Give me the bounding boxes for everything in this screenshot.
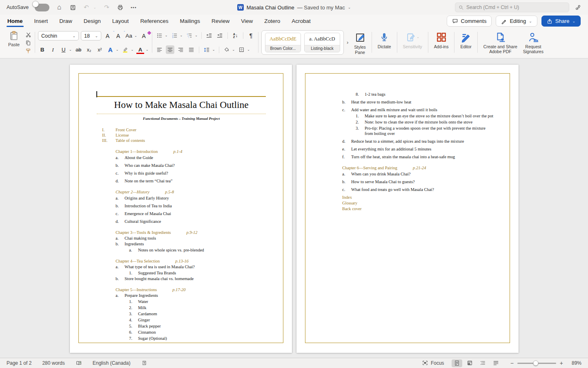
outline-item[interactable]: f.Turn off the heat, strain the masala c…	[342, 154, 502, 159]
autosave-toggle[interactable]	[35, 4, 49, 11]
undo-icon[interactable]: ↶	[82, 4, 90, 11]
outline-item[interactable]: e.Let everything mix for an additional 5…	[342, 146, 502, 152]
superscript-button[interactable]: x²	[96, 45, 104, 54]
tab-draw[interactable]: Draw	[59, 15, 72, 27]
zoom-slider-knob[interactable]	[533, 361, 539, 366]
tab-layout[interactable]: Layout	[112, 15, 129, 27]
style-tile[interactable]: AaBbCcDdEBrown Color...	[265, 33, 301, 52]
outline-item[interactable]: 5.Black pepper	[116, 323, 276, 329]
editor-button[interactable]: Editor	[457, 29, 474, 55]
outline-item[interactable]: 3.Cardamom	[116, 311, 276, 316]
increase-indent-button[interactable]	[216, 31, 224, 40]
outline-item[interactable]: 1.Water	[116, 299, 276, 304]
sort-button[interactable]: AZ ↓	[231, 31, 240, 40]
strikethrough-button[interactable]: ab	[74, 45, 83, 54]
font-name-select[interactable]: Cochin ⌄	[38, 31, 79, 40]
highlight-button[interactable]	[121, 45, 129, 54]
styles-gallery-expand-icon[interactable]: ›	[346, 39, 349, 45]
proofing-status-icon[interactable]	[76, 360, 82, 366]
focus-mode-button[interactable]: Focus	[422, 360, 444, 366]
outline-item[interactable]: a.About the Guide	[116, 155, 276, 160]
style-tile[interactable]: a. AaBbCcDListing-black	[304, 33, 340, 52]
change-case-button[interactable]: Aa	[125, 31, 133, 40]
front-matter-item[interactable]: I.Front Cover	[102, 127, 276, 132]
shrink-font-button[interactable]: A	[114, 31, 122, 40]
outline-item[interactable]: c.Why is this guide useful?	[116, 171, 276, 176]
paste-button[interactable]: Paste	[5, 30, 23, 55]
tab-mailings[interactable]: Mailings	[180, 15, 200, 27]
outline-item[interactable]: 8.1-2 tea bags	[342, 92, 502, 97]
outline-item[interactable]: d.Reduce heat to a simmer, add spices an…	[342, 139, 502, 144]
outline-item[interactable]: b.Who can make Masala Chai?	[116, 163, 276, 168]
chapter-heading[interactable]: Chapter 3—Tools & Ingredientsp.9-12	[116, 230, 276, 235]
outline-item[interactable]: 3.Pro-tip: Placing a wooden spoon over t…	[342, 126, 502, 136]
outline-item[interactable]: c.What food and treats go well with Masa…	[342, 187, 502, 192]
chapter-heading[interactable]: Chapter 6—Serving and Pairingp.21-24	[342, 165, 502, 171]
undo-chevron-icon[interactable]: ⌄	[93, 4, 97, 11]
subscript-button[interactable]: x₂	[85, 45, 94, 54]
print-layout-view-button[interactable]	[452, 359, 462, 367]
decrease-indent-button[interactable]	[205, 31, 214, 40]
comments-button[interactable]: Comments	[447, 16, 492, 27]
outline-view-button[interactable]	[478, 359, 488, 367]
outline-item[interactable]: a.Origins and Early History	[116, 195, 276, 201]
outline-item[interactable]: b.Introduction of Tea to India	[116, 203, 276, 209]
zoom-out-button[interactable]: −	[510, 360, 514, 366]
language-selector[interactable]: English (Canada)	[93, 360, 131, 366]
outline-item[interactable]: 1.Suggested Tea Brands	[116, 270, 276, 276]
back-matter-item[interactable]: Index	[342, 195, 502, 200]
word-count[interactable]: 280 words	[42, 360, 65, 366]
back-matter-item[interactable]: Glossary	[342, 200, 502, 206]
styles-pane-button[interactable]: Styles Pane	[351, 30, 369, 55]
outline-item[interactable]: b.Ingredients	[116, 241, 276, 247]
zoom-level[interactable]: 89%	[567, 360, 581, 366]
cut-icon[interactable]	[24, 31, 32, 38]
front-matter-item[interactable]: III.Table of contents	[102, 138, 276, 143]
outline-item[interactable]: a.What type of tea is used in Masala Cha…	[116, 264, 276, 269]
outline-item[interactable]: b.Store bought masala chai vs. homemade	[116, 276, 276, 281]
tab-zotero[interactable]: Zotero	[264, 15, 280, 27]
outline-item[interactable]: a.Prepare Ingredients	[116, 293, 276, 298]
web-layout-view-button[interactable]	[465, 359, 475, 367]
multilevel-list-button[interactable]: 1ai	[185, 31, 194, 40]
outline-item[interactable]: 2.Note: how to clean the stove if the mi…	[342, 119, 502, 125]
align-center-button[interactable]	[166, 45, 174, 54]
chapter-heading[interactable]: Chapter 5—Instructionsp.17-20	[116, 287, 276, 292]
grow-font-button[interactable]: A	[103, 31, 112, 40]
underline-button[interactable]: U	[59, 45, 68, 54]
document-page-2[interactable]: 8.1-2 tea bagsb.Heat the stove to medium…	[296, 65, 519, 353]
outline-item[interactable]: 1.Make sure to keep an eye the stove so …	[342, 113, 502, 119]
tab-references[interactable]: References	[140, 15, 168, 27]
more-commands-icon[interactable]: •••	[130, 4, 137, 11]
outline-item[interactable]: 6.Cinnamon	[116, 330, 276, 335]
search-input[interactable]: Search (Cmd + Ctrl + U)	[455, 2, 569, 12]
shading-button[interactable]	[223, 45, 231, 54]
sensitivity-button[interactable]: ⌄ Sensitivity	[400, 29, 425, 55]
outline-item[interactable]: a.Chai making tools	[116, 236, 276, 241]
tab-view[interactable]: View	[241, 15, 253, 27]
draft-view-button[interactable]	[491, 359, 501, 367]
outline-item[interactable]: c.Add water and milk mixture and wait un…	[342, 107, 502, 112]
page-indicator[interactable]: Page 1 of 2	[7, 360, 31, 366]
add-ins-button[interactable]: Add-ins	[431, 29, 452, 55]
redo-icon[interactable]: ↷	[103, 4, 110, 11]
numbering-button[interactable]: 123	[170, 31, 179, 40]
outline-item[interactable]: b.How to serve Masala Chai to guests?	[342, 179, 502, 184]
outline-item[interactable]: d.Cultural Significance	[116, 219, 276, 224]
font-color-button[interactable]: A	[136, 45, 145, 54]
tab-review[interactable]: Review	[212, 15, 229, 27]
outline-item[interactable]: b.Heat the stove to medium-low heat	[342, 99, 502, 105]
italic-button[interactable]: I	[49, 45, 57, 54]
text-effects-button[interactable]: A	[106, 45, 115, 54]
print-icon[interactable]	[116, 4, 124, 11]
dictate-button[interactable]: Dictate	[375, 29, 394, 55]
chapter-heading[interactable]: Chapter 2—Historyp.5-8	[116, 189, 276, 195]
show-paragraph-marks-button[interactable]: ¶	[247, 31, 255, 40]
bullets-button[interactable]	[155, 31, 164, 40]
zoom-slider[interactable]	[517, 363, 556, 364]
request-signatures-button[interactable]: Request Signatures	[520, 29, 546, 55]
tab-acrobat[interactable]: Acrobat	[292, 15, 311, 27]
chapter-heading[interactable]: Chapter 4—Tea Selectionp.13-16	[116, 258, 276, 264]
tab-design[interactable]: Design	[84, 15, 101, 27]
document-heading[interactable]: How to Make Masala Chai Outline	[97, 99, 266, 110]
